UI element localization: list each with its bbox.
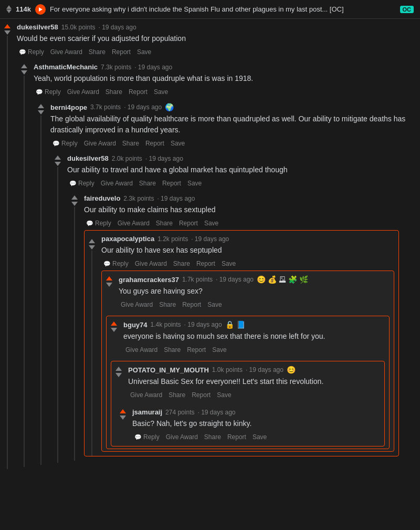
thread-line[interactable] xyxy=(40,116,41,465)
give-award-button[interactable]: Give Award xyxy=(164,432,200,442)
report-button[interactable]: Report xyxy=(190,390,213,400)
save-button[interactable]: Save xyxy=(202,219,220,228)
save-button[interactable]: Save xyxy=(215,390,233,400)
thread-line[interactable] xyxy=(57,167,58,463)
save-button[interactable]: Save xyxy=(152,87,170,97)
share-button[interactable]: Share xyxy=(154,219,175,228)
comment-content: faireduvelo 2.3k points · 19 days ago Ou… xyxy=(82,190,403,461)
comment-content: dukesilver58 2.0k points · 19 days ago O… xyxy=(65,150,407,463)
username[interactable]: bguy74 xyxy=(123,321,148,329)
report-button[interactable]: Report xyxy=(110,47,133,57)
thread-line[interactable] xyxy=(91,251,92,456)
upvote-arrow[interactable] xyxy=(71,195,78,200)
save-button[interactable]: Save xyxy=(135,47,153,57)
username[interactable]: berni4pope xyxy=(50,103,87,111)
save-button[interactable]: Save xyxy=(185,179,204,188)
upvote-arrow[interactable] xyxy=(120,409,126,413)
give-award-button[interactable]: Give Award xyxy=(48,47,85,57)
upvote-arrow[interactable] xyxy=(38,104,44,108)
share-button[interactable]: Share xyxy=(87,47,108,57)
upvote-arrow[interactable] xyxy=(111,321,117,326)
username[interactable]: paxapocalyptica xyxy=(101,235,154,243)
share-button[interactable]: Share xyxy=(202,432,223,442)
downvote-arrow[interactable] xyxy=(21,70,27,75)
give-award-button[interactable]: Give Award xyxy=(133,259,169,268)
share-button[interactable]: Share xyxy=(157,300,178,309)
vote-col xyxy=(0,19,15,469)
thread-line[interactable] xyxy=(24,76,25,467)
report-button[interactable]: Report xyxy=(194,259,217,268)
downvote-arrow[interactable] xyxy=(55,162,61,166)
comment-row: grahamcrackers37 1.7k points · 19 days a… xyxy=(102,271,394,314)
post-vote-arrows[interactable] xyxy=(6,5,12,13)
vote-col xyxy=(107,316,121,359)
reply-button[interactable]: Reply xyxy=(17,47,46,57)
report-button[interactable]: Report xyxy=(127,87,150,97)
share-button[interactable]: Share xyxy=(171,259,192,268)
share-button[interactable]: Share xyxy=(137,179,158,188)
save-button[interactable]: Save xyxy=(210,345,228,355)
downvote-arrow[interactable] xyxy=(111,328,117,332)
points: 2.3k points xyxy=(123,195,154,202)
reply-button[interactable]: Reply xyxy=(50,139,80,148)
reply-button[interactable]: Reply xyxy=(101,259,131,268)
downvote-arrow[interactable] xyxy=(120,415,126,420)
give-award-button[interactable]: Give Award xyxy=(119,300,155,309)
comment-text: everyone is having so much sex that ther… xyxy=(123,331,385,342)
save-button[interactable]: Save xyxy=(169,139,187,148)
post-downvote[interactable] xyxy=(6,9,12,13)
comment-text: Universal Basic Sex for everyone!! Let's… xyxy=(128,376,380,387)
thread-line[interactable] xyxy=(74,207,75,461)
username[interactable]: dukesilver58 xyxy=(17,23,58,31)
reply-button[interactable]: Reply xyxy=(132,432,162,442)
reply-button[interactable]: Reply xyxy=(84,219,113,228)
username[interactable]: AsthmaticMechanic xyxy=(34,63,98,71)
downvote-arrow[interactable] xyxy=(71,202,78,206)
vote-col xyxy=(85,231,99,456)
username[interactable]: grahamcrackers37 xyxy=(119,276,179,284)
report-button[interactable]: Report xyxy=(177,219,200,228)
upvote-arrow[interactable] xyxy=(4,24,10,28)
report-button[interactable]: Report xyxy=(180,300,203,309)
upvote-arrow[interactable] xyxy=(89,239,95,243)
downvote-arrow[interactable] xyxy=(116,373,122,377)
username[interactable]: POTATO_IN_MY_MOUTH xyxy=(128,366,209,374)
username[interactable]: jsamuraij xyxy=(132,408,162,416)
save-button[interactable]: Save xyxy=(219,259,238,268)
post-upvote[interactable] xyxy=(6,5,12,9)
upvote-arrow[interactable] xyxy=(106,276,112,280)
share-button[interactable]: Share xyxy=(162,345,183,355)
report-button[interactable]: Report xyxy=(160,179,183,188)
downvote-arrow[interactable] xyxy=(106,283,112,287)
username[interactable]: dukesilver58 xyxy=(67,154,109,162)
give-award-button[interactable]: Give Award xyxy=(99,179,135,188)
report-button[interactable]: Report xyxy=(185,345,208,355)
share-button[interactable]: Share xyxy=(103,87,124,97)
downvote-arrow[interactable] xyxy=(89,245,95,250)
upvote-arrow[interactable] xyxy=(116,367,122,371)
give-award-button[interactable]: Give Award xyxy=(128,390,164,400)
share-button[interactable]: Share xyxy=(120,139,141,148)
downvote-arrow[interactable] xyxy=(4,30,10,35)
play-button[interactable] xyxy=(35,4,46,15)
reply-button[interactable]: Reply xyxy=(34,87,63,97)
give-award-button[interactable]: Give Award xyxy=(65,87,101,97)
reply-icon xyxy=(134,433,142,441)
comment-row: paxapocalyptica 1.2k points · 19 days ag… xyxy=(84,230,399,456)
upvote-arrow[interactable] xyxy=(55,155,61,160)
vote-col xyxy=(102,271,117,314)
give-award-button[interactable]: Give Award xyxy=(123,345,160,355)
comment-row: POTATO_IN_MY_MOUTH 1.0k points · 19 days… xyxy=(111,361,384,404)
share-button[interactable]: Share xyxy=(166,390,187,400)
upvote-arrow[interactable] xyxy=(21,64,27,68)
reply-button[interactable]: Reply xyxy=(67,179,97,188)
report-button[interactable]: Report xyxy=(225,432,248,442)
give-award-button[interactable]: Give Award xyxy=(116,219,152,228)
give-award-button[interactable]: Give Award xyxy=(82,139,118,148)
save-button[interactable]: Save xyxy=(205,300,224,309)
report-button[interactable]: Report xyxy=(143,139,166,148)
thread-line[interactable] xyxy=(7,36,8,469)
downvote-arrow[interactable] xyxy=(38,110,44,115)
save-button[interactable]: Save xyxy=(250,432,269,442)
username[interactable]: faireduvelo xyxy=(84,194,120,202)
